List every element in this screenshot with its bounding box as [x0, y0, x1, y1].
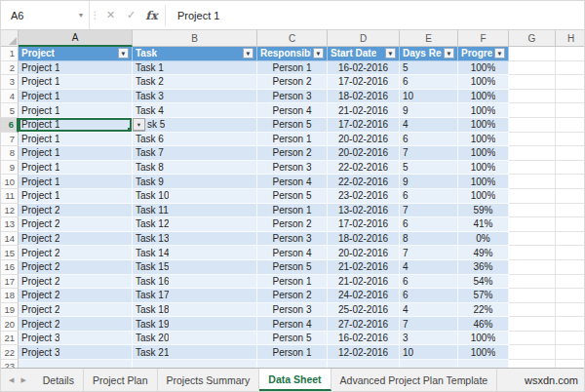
cell-c2[interactable]: Person 1 [257, 61, 328, 76]
cell-b12[interactable]: Task 11 [133, 204, 257, 218]
cell-e16[interactable]: 4 [400, 260, 458, 275]
cell-d19[interactable]: 25-02-2016 [328, 303, 400, 318]
cell-f10[interactable]: 100% [458, 175, 509, 189]
cell-e4[interactable]: 10 [400, 90, 458, 104]
cell-c6[interactable]: Person 5 [257, 118, 328, 133]
cell-d18[interactable]: 24-02-2016 [328, 289, 400, 303]
cell-b7[interactable]: Task 6 [133, 133, 257, 147]
row-header-13[interactable]: 13 [1, 217, 19, 232]
cell-a8[interactable]: Project 1 [19, 146, 133, 161]
cell-d10[interactable]: 22-02-2016 [328, 175, 400, 189]
cell-f23[interactable] [458, 360, 509, 368]
cell-h17[interactable] [556, 275, 584, 290]
cell-b22[interactable]: Task 21 [133, 345, 257, 360]
cell-b9[interactable]: Task 8 [133, 161, 257, 176]
cell-g10[interactable] [509, 175, 556, 189]
row-header-7[interactable]: 7 [1, 133, 19, 147]
row-header-20[interactable]: 20 [1, 317, 19, 332]
cell-g8[interactable] [509, 146, 556, 161]
cell-d4[interactable]: 18-02-2016 [328, 90, 400, 104]
row-header-4[interactable]: 4 [1, 90, 19, 104]
row-header-1[interactable]: 1 [1, 47, 19, 61]
row-header-5[interactable]: 5 [1, 103, 19, 118]
cell-b19[interactable]: Task 18 [133, 303, 257, 318]
cell-h13[interactable] [556, 217, 584, 232]
cell-c14[interactable]: Person 3 [257, 232, 328, 247]
filter-button-icon[interactable]: ▾ [118, 48, 129, 59]
filter-button-icon[interactable]: ▾ [313, 48, 324, 59]
cell-g3[interactable] [509, 75, 556, 90]
cell-f2[interactable]: 100% [458, 61, 509, 76]
cell-g6[interactable] [509, 118, 556, 133]
insert-function-icon[interactable]: fx [141, 1, 162, 29]
tab-scroll-right-icon[interactable]: ▶ [20, 376, 25, 384]
select-all-corner[interactable] [1, 30, 19, 47]
column-header-C[interactable]: C [257, 30, 328, 47]
header-cell-d1[interactable]: Start Date▾ [328, 47, 400, 61]
cell-d2[interactable]: 16-02-2016 [328, 61, 400, 76]
cell-h5[interactable] [556, 103, 584, 118]
cell-c20[interactable]: Person 4 [257, 317, 328, 332]
column-header-A[interactable]: A [19, 30, 133, 47]
cell-b5[interactable]: Task 4 [133, 103, 257, 118]
header-cell-f1[interactable]: Progress▾ [458, 47, 509, 61]
cell-e9[interactable]: 5 [400, 161, 458, 176]
cell-c11[interactable]: Person 5 [257, 189, 328, 204]
filter-button-icon[interactable]: ▾ [385, 48, 396, 59]
cell-a2[interactable]: Project 1 [19, 61, 133, 76]
row-header-22[interactable]: 22 [1, 345, 19, 360]
cell-e8[interactable]: 7 [400, 146, 458, 161]
cell-c9[interactable]: Person 3 [257, 161, 328, 176]
cell-f3[interactable]: 100% [458, 75, 509, 90]
cell-h16[interactable] [556, 260, 584, 275]
cell-e17[interactable]: 6 [400, 275, 458, 290]
cell-h2[interactable] [556, 61, 584, 76]
row-header-21[interactable]: 21 [1, 332, 19, 346]
cell-d20[interactable]: 27-02-2016 [328, 317, 400, 332]
cell-g12[interactable] [509, 204, 556, 218]
cell-a17[interactable]: Project 2 [19, 275, 133, 290]
cell-f6[interactable]: 100% [458, 118, 509, 133]
cell-h4[interactable] [556, 90, 584, 104]
cell-g11[interactable] [509, 189, 556, 204]
cell-a4[interactable]: Project 1 [19, 90, 133, 104]
cell-e14[interactable]: 8 [400, 232, 458, 247]
cell-c12[interactable]: Person 1 [257, 204, 328, 218]
cell-e18[interactable]: 6 [400, 289, 458, 303]
cell-d17[interactable]: 21-02-2016 [328, 275, 400, 290]
cell-b14[interactable]: Task 13 [133, 232, 257, 247]
cell-c3[interactable]: Person 2 [257, 75, 328, 90]
cell-d22[interactable]: 12-02-2016 [328, 345, 400, 360]
cell-e2[interactable]: 5 [400, 61, 458, 76]
cell-c5[interactable]: Person 4 [257, 103, 328, 118]
cell-b11[interactable]: Task 10 [133, 189, 257, 204]
cell-b13[interactable]: Task 12 [133, 217, 257, 232]
cell-c7[interactable]: Person 1 [257, 133, 328, 147]
column-header-B[interactable]: B [133, 30, 257, 47]
cell-e13[interactable]: 6 [400, 217, 458, 232]
cell-c8[interactable]: Person 2 [257, 146, 328, 161]
cell-a11[interactable]: Project 1 [19, 189, 133, 204]
tab-scroll-left-icon[interactable]: ◀ [9, 376, 14, 384]
cell-h3[interactable] [556, 75, 584, 90]
sheet-tab-project-plan[interactable]: Project Plan [84, 369, 158, 391]
cell-c13[interactable]: Person 2 [257, 217, 328, 232]
cancel-icon[interactable]: ✕ [100, 1, 121, 29]
column-header-G[interactable]: G [509, 30, 556, 47]
cell-d12[interactable]: 13-02-2016 [328, 204, 400, 218]
column-header-H[interactable]: H [556, 30, 584, 47]
cell-f12[interactable]: 59% [458, 204, 509, 218]
cell-h20[interactable] [556, 317, 584, 332]
header-cell-a1[interactable]: Project▾ [19, 47, 133, 61]
filter-button-icon[interactable]: ▾ [444, 48, 454, 59]
cell-g1[interactable] [509, 47, 556, 61]
cell-c22[interactable]: Person 1 [257, 345, 328, 360]
cell-f18[interactable]: 57% [458, 289, 509, 303]
cell-h6[interactable] [556, 118, 584, 133]
cell-h21[interactable] [556, 332, 584, 346]
cell-b21[interactable]: Task 20 [133, 332, 257, 346]
cell-c18[interactable]: Person 2 [257, 289, 328, 303]
cell-b6[interactable]: ▾sk 5 [133, 118, 257, 133]
row-header-11[interactable]: 11 [1, 189, 19, 204]
cell-a3[interactable]: Project 1 [19, 75, 133, 90]
